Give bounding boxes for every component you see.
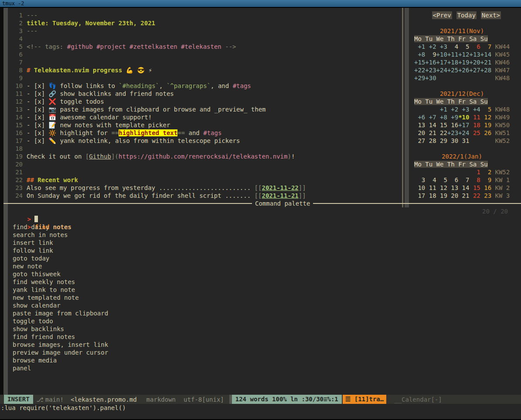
palette-item[interactable]: yank link to note [5,286,521,294]
calendar-day[interactable]: 21 [425,129,436,136]
calendar-day[interactable]: 12 [436,184,447,191]
editor-line[interactable]: 8# Telekasten.nvim progress 💪 😎 ⚡ [8,66,402,74]
calendar-day[interactable]: +22 [414,67,425,74]
calendar-day[interactable]: +3 [458,106,469,113]
palette-item[interactable]: search in notes [5,231,521,239]
palette-selected-item[interactable]: > find notes [5,215,521,223]
editor-line[interactable]: 12- [x] ❌ toggle todos [8,98,402,105]
editor-line[interactable]: 17- [x] ✏️ yank notelink, also from with… [8,137,402,145]
calendar-day[interactable]: 5 [480,106,491,113]
palette-item[interactable]: preview image under cursor [5,349,521,356]
calendar-day[interactable]: +7 [425,114,436,121]
calendar-day[interactable]: +24 [458,129,469,136]
editor-line[interactable]: 18 [8,145,402,152]
calendar-day[interactable]: +15 [414,59,425,66]
calendar-day[interactable]: 22 [469,192,480,199]
calendar-day[interactable]: 16 [447,122,458,129]
calendar-day[interactable]: +10 [436,51,447,58]
calendar-day[interactable]: 20 [414,129,425,136]
editor-line[interactable]: 20 [8,160,402,168]
calendar-day[interactable]: +4 [469,106,480,113]
calendar-day[interactable]: +2 [425,43,436,50]
calendar-day[interactable]: +24 [436,67,447,74]
editor-line[interactable]: 5<!-- tags: #github #project #zettelkast… [8,43,402,51]
calendar-day[interactable]: 20 [447,192,458,199]
calendar-day[interactable]: 9 [425,51,436,58]
calendar-day[interactable]: +23 [425,67,436,74]
calendar-day[interactable]: +21 [480,59,491,66]
calendar-day[interactable]: +26 [458,67,469,74]
palette-item[interactable]: show backlinks [5,325,521,333]
calendar-day[interactable]: +30 [425,75,436,81]
command-line[interactable]: :lua require('telekasten').panel() [0,404,521,412]
editor-line[interactable]: 21 [8,168,402,176]
editor-line[interactable]: 14- [x] 📅 awesome calendar support! [8,113,402,121]
calendar-day[interactable]: +20 [469,59,480,66]
calendar-day[interactable]: 18 [425,192,436,199]
calendar-day[interactable]: 7 [480,43,491,50]
calendar-day[interactable]: +16 [425,59,436,66]
calendar-scrollbar[interactable] [405,8,409,207]
calendar-day[interactable]: 5 [436,176,447,183]
calendar-day[interactable]: 31 [458,137,469,144]
palette-item[interactable]: find daily notes [5,223,521,231]
calendar-day[interactable]: 17 [414,192,425,199]
calendar-day[interactable]: 26 [480,129,491,136]
calendar-day[interactable]: 10 [414,184,425,191]
calendar-day[interactable]: +25 [447,67,458,74]
palette-item[interactable]: new templated note [5,294,521,301]
calendar-day[interactable]: +12 [458,51,469,58]
calendar-day[interactable]: +13 [469,51,480,58]
calendar-day[interactable]: +11 [447,51,458,58]
calendar-day[interactable]: +28 [480,67,491,74]
calendar-day[interactable]: +3 [436,43,447,50]
calendar-day[interactable]: 6 [469,43,480,50]
palette-item[interactable]: goto thisweek [5,270,521,278]
editor-line[interactable]: 4 [8,35,402,43]
calendar-day[interactable]: 28 [425,137,436,144]
calendar-day[interactable]: 14 [425,122,436,129]
calendar-day[interactable]: 11 [425,184,436,191]
calendar-day[interactable]: 25 [469,129,480,136]
editor-line[interactable]: 9 [8,74,402,82]
calendar-day[interactable]: 15 [436,122,447,129]
editor-line[interactable]: 22## Recent work [8,176,402,184]
editor-line[interactable]: 10- [x] 👣 follow links to `#headings`, `… [8,82,402,90]
calendar-day[interactable]: 15 [469,184,480,191]
calendar-prev-button[interactable]: <Prev [432,11,452,19]
calendar-day[interactable]: 21 [458,192,469,199]
palette-item[interactable]: find weekly notes [5,278,521,286]
calendar-day[interactable]: 22 [436,129,447,136]
editor-line[interactable]: 1--- [8,11,402,19]
calendar-day[interactable]: 6 [447,176,458,183]
calendar-day[interactable]: +17 [436,59,447,66]
calendar-next-button[interactable]: Next> [481,11,501,19]
calendar-day[interactable]: +8 [414,51,425,58]
calendar-day[interactable]: 11 [469,114,480,121]
palette-item[interactable]: follow link [5,247,521,254]
editor-line[interactable]: 13- [x] 📷 paste images from clipboard or… [8,105,402,113]
calendar-day[interactable]: +1 [414,43,425,50]
calendar-day[interactable]: 5 [458,43,469,50]
calendar-day[interactable]: +1 [436,106,447,113]
calendar-day[interactable]: 2 [480,169,491,176]
editor[interactable]: 1---2title: Tuesday, November 23th, 2021… [8,8,402,207]
calendar-day[interactable]: 12 [480,114,491,121]
editor-line[interactable]: 24On Sunday we got rid of the daily find… [8,192,402,200]
editor-line[interactable]: 23Also see my progress from yesterday ..… [8,184,402,192]
editor-line[interactable]: 7 [8,58,402,66]
palette-item[interactable]: insert link [5,239,521,247]
window-separator[interactable] [402,8,403,207]
calendar-day[interactable]: 4 [425,176,436,183]
editor-line[interactable]: 3--- [8,27,402,35]
calendar-day[interactable]: 13 [447,184,458,191]
palette-prompt[interactable]: > 20 / 20 [5,207,521,215]
calendar-day[interactable]: 14 [458,184,469,191]
calendar-day[interactable]: 16 [480,184,491,191]
calendar-day[interactable]: 7 [458,176,469,183]
calendar-day[interactable]: 13 [414,122,425,129]
calendar-day[interactable]: 29 [436,137,447,144]
calendar-day[interactable]: +9 [447,114,458,121]
editor-line[interactable]: 2title: Tuesday, November 23th, 2021 [8,19,402,27]
editor-line[interactable]: 6 [8,51,402,58]
